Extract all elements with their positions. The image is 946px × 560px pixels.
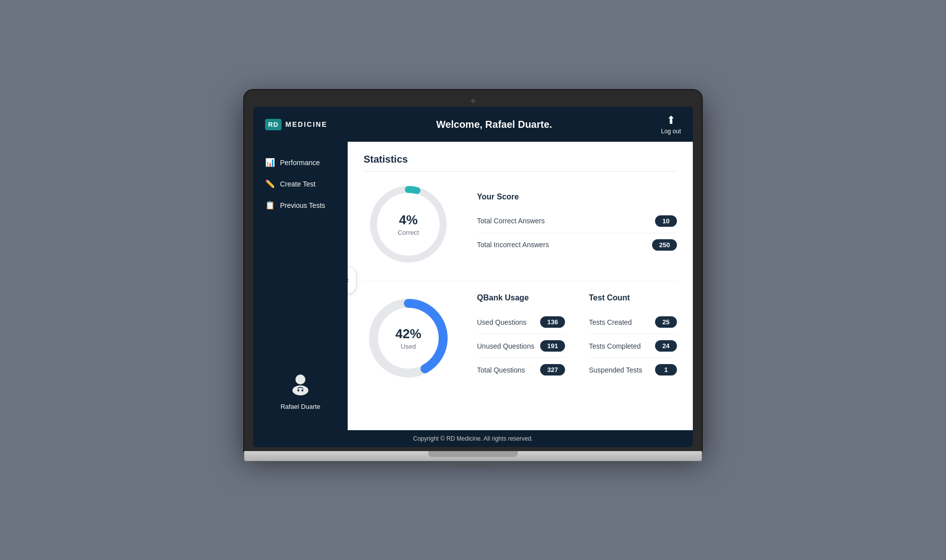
content-area: ‹ Statistics — [348, 142, 693, 430]
previous-tests-icon: 📋 — [265, 200, 275, 210]
laptop-notch — [428, 451, 518, 457]
score-center: 4% Correct — [398, 212, 419, 237]
qbank-percent: 42% — [395, 326, 421, 342]
logout-label: Log out — [661, 128, 681, 135]
unused-questions-label: Unused Questions — [477, 342, 534, 350]
correct-answers-label: Total Correct Answers — [477, 217, 545, 225]
suspended-tests-value: 1 — [655, 364, 677, 375]
user-name: Rafael Duarte — [281, 403, 320, 410]
stat-row: Total Correct Answers 10 — [477, 209, 677, 233]
svg-point-2 — [297, 389, 299, 391]
unused-questions-value: 191 — [540, 340, 565, 352]
main-layout: 📊 Performance ✏️ Create Test 📋 Previous … — [253, 142, 693, 430]
sidebar-item-previous-tests[interactable]: 📋 Previous Tests — [253, 194, 348, 216]
stat-row: Total Incorrect Answers 250 — [477, 233, 677, 257]
copyright-text: Copyright © RD Medicine. All rights rese… — [413, 435, 533, 442]
avatar — [288, 372, 312, 400]
qbank-test-stats: QBank Usage Used Questions 136 Unused Qu… — [477, 293, 677, 381]
sidebar-item-create-test-label: Create Test — [280, 180, 315, 188]
sidebar: 📊 Performance ✏️ Create Test 📋 Previous … — [253, 142, 348, 430]
laptop-model-label: MacBook Pro — [455, 463, 491, 470]
stat-row: Used Questions 136 — [477, 310, 565, 334]
chevron-left-icon: ‹ — [348, 276, 349, 284]
score-donut: 4% Correct — [364, 180, 453, 269]
total-questions-value: 327 — [540, 364, 565, 375]
stat-row: Tests Completed 24 — [589, 334, 677, 358]
logout-icon: ⬆ — [666, 114, 675, 127]
sidebar-item-previous-tests-label: Previous Tests — [280, 201, 325, 209]
performance-icon: 📊 — [265, 158, 275, 167]
welcome-message: Welcome, Rafael Duarte. — [327, 119, 661, 130]
qbank-col: QBank Usage Used Questions 136 Unused Qu… — [477, 293, 565, 381]
tests-completed-value: 24 — [655, 340, 677, 352]
used-questions-label: Used Questions — [477, 318, 527, 326]
stats-title: Statistics — [364, 154, 677, 172]
top-bar: RD MEDICINE Welcome, Rafael Duarte. ⬆ Lo… — [253, 107, 693, 142]
score-stats: Your Score Total Correct Answers 10 Tota… — [477, 192, 677, 257]
logo-rd: RD — [265, 119, 282, 130]
incorrect-answers-label: Total Incorrect Answers — [477, 241, 549, 249]
stat-row: Total Questions 327 — [477, 358, 565, 381]
footer: Copyright © RD Medicine. All rights rese… — [253, 430, 693, 447]
svg-point-1 — [292, 385, 308, 395]
qbank-section-title: QBank Usage — [477, 293, 565, 302]
logo-area: RD MEDICINE — [265, 119, 327, 130]
qbank-section: 42% Used QBank Usage Used Qu — [364, 293, 677, 383]
sidebar-user: Rafael Duarte — [253, 362, 348, 420]
tests-created-label: Tests Created — [589, 318, 632, 326]
svg-point-0 — [295, 374, 305, 384]
tests-created-value: 25 — [655, 316, 677, 328]
score-label: Correct — [398, 229, 419, 236]
laptop-base — [244, 451, 702, 461]
suspended-tests-label: Suspended Tests — [589, 366, 642, 374]
sidebar-item-performance[interactable]: 📊 Performance — [253, 152, 348, 173]
stats-container: Statistics — [348, 142, 693, 395]
create-test-icon: ✏️ — [265, 179, 275, 188]
sidebar-item-performance-label: Performance — [280, 159, 320, 167]
stat-row: Tests Created 25 — [589, 310, 677, 334]
test-count-col: Test Count Tests Created 25 Tests Comple… — [589, 293, 677, 381]
score-section-title: Your Score — [477, 192, 677, 201]
qbank-center: 42% Used — [395, 326, 421, 351]
sidebar-item-create-test[interactable]: ✏️ Create Test — [253, 173, 348, 194]
used-questions-value: 136 — [540, 316, 565, 328]
tests-completed-label: Tests Completed — [589, 342, 641, 350]
incorrect-answers-value: 250 — [652, 239, 677, 251]
total-questions-label: Total Questions — [477, 366, 525, 374]
score-percent: 4% — [398, 212, 419, 228]
logout-button[interactable]: ⬆ Log out — [661, 114, 681, 135]
logo-medicine: MEDICINE — [285, 120, 327, 128]
test-count-section-title: Test Count — [589, 293, 677, 302]
svg-point-3 — [301, 389, 303, 391]
score-section: 4% Correct Your Score Total Correct Answ… — [364, 180, 677, 281]
stat-row: Suspended Tests 1 — [589, 358, 677, 381]
stat-row: Unused Questions 191 — [477, 334, 565, 358]
correct-answers-value: 10 — [655, 215, 677, 227]
qbank-donut: 42% Used — [364, 293, 453, 383]
qbank-label: Used — [401, 343, 416, 350]
